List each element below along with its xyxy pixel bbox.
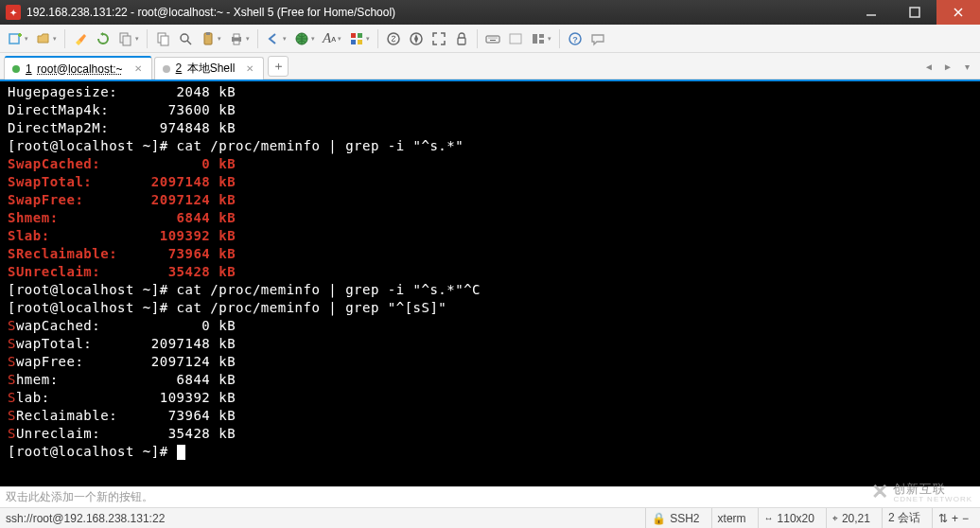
watermark-brand: 创新互联 xyxy=(893,482,946,496)
help-button[interactable]: ? xyxy=(564,27,586,50)
svg-rect-36 xyxy=(539,34,544,38)
chevron-down-icon: ▾ xyxy=(311,35,315,43)
svg-rect-25 xyxy=(458,38,465,44)
toolbar-separator xyxy=(257,29,258,48)
status-pos: 20,21 xyxy=(842,512,870,525)
titlebar-text: 192.168.238.131:22 - root@localhost:~ - … xyxy=(26,6,849,19)
fullscreen-button[interactable] xyxy=(428,27,450,50)
status-path: ssh://root@192.168.238.131:22 xyxy=(6,512,639,525)
minimize-button[interactable] xyxy=(849,0,893,25)
globe-button[interactable]: ▾ xyxy=(290,27,319,50)
chevron-down-icon: ▾ xyxy=(246,35,250,43)
toolbar-separator xyxy=(147,29,148,48)
maximize-button[interactable] xyxy=(893,0,936,25)
status-term: xterm xyxy=(711,508,752,528)
print-button[interactable]: ▾ xyxy=(225,27,254,50)
svg-point-30 xyxy=(493,37,494,38)
svg-rect-19 xyxy=(351,33,356,38)
svg-point-11 xyxy=(181,34,188,42)
feedback-button[interactable] xyxy=(586,27,609,50)
compose-placeholder: 双击此处添加一个新的按钮。 xyxy=(6,489,153,505)
tab-next-button[interactable]: ► xyxy=(938,57,957,76)
terminal[interactable]: Hugepagesize: 2048 kBDirectMap4k: 73600 … xyxy=(0,81,980,486)
svg-rect-22 xyxy=(358,40,362,44)
back-button[interactable]: ▾ xyxy=(262,27,290,50)
svg-point-28 xyxy=(489,37,490,38)
close-button[interactable] xyxy=(936,0,980,25)
toolbar-separator xyxy=(64,29,65,48)
find-button[interactable] xyxy=(174,27,197,50)
svg-rect-4 xyxy=(9,34,19,44)
compass-button[interactable] xyxy=(405,27,428,50)
chevron-down-icon: ▾ xyxy=(25,35,28,43)
status-dot-idle-icon xyxy=(163,65,170,73)
arrows-icon: ⇅ xyxy=(938,512,948,525)
tab-nav: ◄ ► ▾ xyxy=(919,57,976,76)
resize-icon: ↔ xyxy=(764,513,774,523)
script-button[interactable] xyxy=(382,27,405,50)
svg-rect-16 xyxy=(234,34,239,38)
highlight-button[interactable] xyxy=(69,27,92,50)
tab-close-button[interactable]: ✕ xyxy=(246,63,254,74)
tab-session-1[interactable]: 1 root@localhost:~ ✕ xyxy=(4,57,152,79)
cursor-icon: ⌖ xyxy=(832,513,838,524)
tab-session-2[interactable]: 2 本地Shell ✕ xyxy=(154,57,265,79)
svg-rect-35 xyxy=(533,34,537,44)
svg-rect-8 xyxy=(123,36,131,45)
statusbar: ssh://root@192.168.238.131:22 🔒SSH2 xter… xyxy=(0,507,980,528)
tab-number: 2 xyxy=(176,62,183,75)
svg-rect-20 xyxy=(358,33,362,38)
svg-rect-10 xyxy=(161,36,168,45)
toolbar-separator xyxy=(477,29,478,48)
svg-rect-17 xyxy=(234,41,239,44)
tab-add-button[interactable]: ＋ xyxy=(268,56,289,77)
tab-number: 1 xyxy=(26,62,32,76)
reconnect-button[interactable] xyxy=(92,27,114,50)
color-button[interactable]: ▾ xyxy=(345,27,374,50)
plus-icon: + xyxy=(952,512,958,525)
svg-rect-33 xyxy=(490,40,496,41)
chevron-down-icon: ▾ xyxy=(548,35,551,43)
status-lock: 🔒SSH2 xyxy=(645,508,705,528)
watermark-x-icon: ✕ xyxy=(871,485,889,499)
panes-button[interactable]: ▾ xyxy=(527,27,555,50)
chevron-down-icon: ▾ xyxy=(338,35,341,43)
font-button[interactable]: Aᴀ▾ xyxy=(319,27,345,50)
properties-button[interactable]: ▾ xyxy=(114,27,143,50)
lock-icon: 🔒 xyxy=(652,512,666,525)
open-button[interactable]: ▾ xyxy=(32,27,61,50)
toolbar-separator xyxy=(377,29,378,48)
tabbar: 1 root@localhost:~ ✕ 2 本地Shell ✕ ＋ ◄ ► ▾ xyxy=(0,53,980,79)
svg-rect-26 xyxy=(486,36,499,43)
tab-label: 本地Shell xyxy=(187,62,236,75)
chevron-down-icon: ▾ xyxy=(53,35,57,43)
status-dot-connected-icon xyxy=(12,65,20,73)
window-buttons xyxy=(849,0,980,25)
svg-rect-21 xyxy=(351,40,356,44)
app-icon: ✦ xyxy=(6,5,21,20)
keyboard-button[interactable] xyxy=(481,27,504,50)
svg-text:?: ? xyxy=(572,35,578,44)
tab-list-button[interactable]: ▾ xyxy=(957,57,976,76)
toolbar-separator xyxy=(559,29,560,48)
tab-prev-button[interactable]: ◄ xyxy=(919,57,938,76)
tab-label: root@localhost:~ xyxy=(37,62,123,76)
status-sessions: 2 会话 xyxy=(882,508,926,528)
chevron-down-icon: ▾ xyxy=(218,35,221,43)
titlebar: ✦ 192.168.238.131:22 - root@localhost:~ … xyxy=(0,0,980,25)
chevron-down-icon: ▾ xyxy=(366,35,370,43)
chevron-down-icon: ▾ xyxy=(135,35,139,43)
tab-close-button[interactable]: ✕ xyxy=(134,63,142,74)
compose-bar[interactable]: 双击此处添加一个新的按钮。 xyxy=(0,486,980,507)
new-session-button[interactable]: ▾ xyxy=(4,27,32,50)
blank-button[interactable] xyxy=(504,27,527,50)
lock-button[interactable] xyxy=(450,27,473,50)
status-size: 110x20 xyxy=(778,512,814,525)
watermark: ✕ 创新互联 CDNET NETWORK xyxy=(871,481,972,503)
copy-button[interactable] xyxy=(151,27,174,50)
paste-button[interactable]: ▾ xyxy=(197,27,225,50)
status-proto: SSH2 xyxy=(670,512,699,525)
svg-rect-34 xyxy=(510,34,521,44)
minus-icon: − xyxy=(962,512,969,525)
svg-rect-1 xyxy=(910,8,919,17)
